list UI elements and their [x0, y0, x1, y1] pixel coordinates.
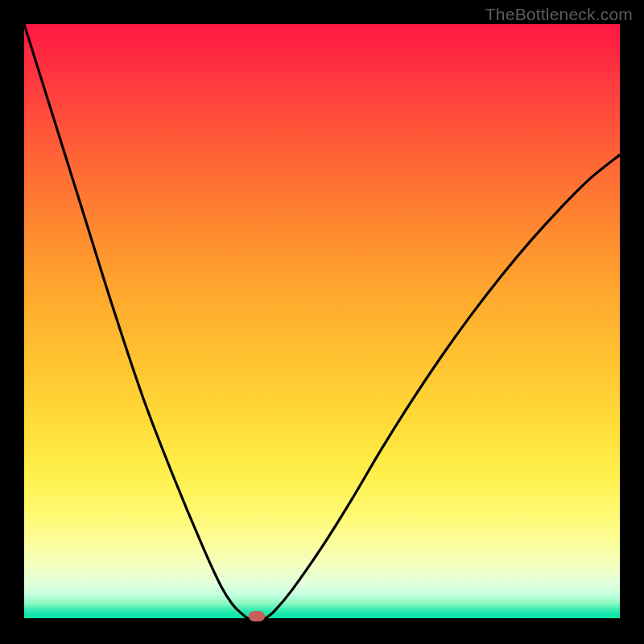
plot-area: [24, 24, 620, 618]
chart-frame: TheBottleneck.com: [0, 0, 644, 644]
watermark-text: TheBottleneck.com: [485, 5, 633, 24]
optimum-marker: [249, 611, 265, 621]
bottleneck-curve: [24, 24, 620, 618]
